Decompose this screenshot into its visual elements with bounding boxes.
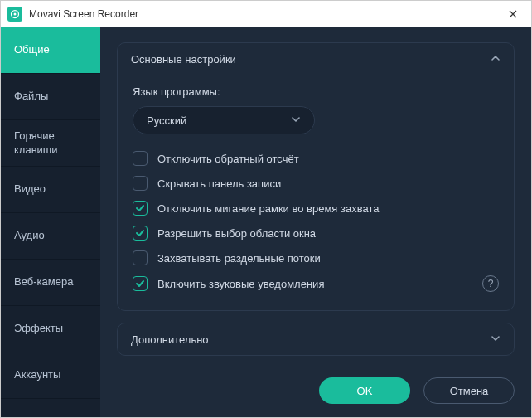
sidebar-item-3[interactable]: Видео xyxy=(1,167,100,213)
panel-title: Дополнительно xyxy=(131,333,209,346)
checkbox-label: Разрешить выбор области окна xyxy=(157,227,499,240)
panel-header-main[interactable]: Основные настройки xyxy=(118,43,514,75)
checkbox[interactable] xyxy=(133,226,148,241)
sidebar-item-0[interactable]: Общие xyxy=(1,27,100,74)
titlebar: Movavi Screen Recorder xyxy=(1,1,531,27)
sidebar-item-label: Файлы xyxy=(14,90,48,104)
content-area: Основные настройки Язык программы: Русск… xyxy=(100,27,531,417)
checkbox-label: Включить звуковые уведомления xyxy=(157,278,472,290)
sidebar-item-label: Общие xyxy=(14,43,50,57)
checkbox[interactable] xyxy=(133,176,148,191)
sidebar-item-7[interactable]: Аккаунты xyxy=(1,352,100,399)
footer: OK Отмена xyxy=(117,371,515,404)
checkbox[interactable] xyxy=(133,201,148,216)
sidebar: ОбщиеФайлыГорячие клавишиВидеоАудиоВеб-к… xyxy=(1,27,100,417)
checkbox-label: Отключить мигание рамки во время захвата xyxy=(157,202,499,215)
language-label: Язык программы: xyxy=(133,85,501,98)
sidebar-item-label: Горячие клавиши xyxy=(14,129,87,158)
app-icon xyxy=(7,7,22,22)
checkbox-label: Отключить обратный отсчёт xyxy=(157,153,499,165)
sidebar-item-4[interactable]: Аудио xyxy=(1,213,100,260)
option-row: Разрешить выбор области окна xyxy=(131,221,501,245)
close-button[interactable] xyxy=(494,1,531,27)
sidebar-item-2[interactable]: Горячие клавиши xyxy=(1,120,100,167)
panel-header-additional[interactable]: Дополнительно xyxy=(118,323,514,355)
sidebar-item-1[interactable]: Файлы xyxy=(1,74,100,120)
checkbox[interactable] xyxy=(133,276,148,291)
sidebar-item-label: Аудио xyxy=(14,229,45,243)
language-select[interactable]: Русский xyxy=(133,106,315,134)
option-row: Отключить обратный отсчёт xyxy=(131,146,501,171)
chevron-down-icon xyxy=(491,332,501,347)
help-icon[interactable]: ? xyxy=(482,275,499,292)
options-list: Отключить обратный отсчётСкрывать панель… xyxy=(131,146,501,297)
checkbox-label: Захватывать раздельные потоки xyxy=(157,252,499,265)
sidebar-item-label: Эффекты xyxy=(14,322,63,336)
ok-button[interactable]: OK xyxy=(319,377,410,404)
window-title: Movavi Screen Recorder xyxy=(29,8,494,20)
option-row: Захватывать раздельные потоки xyxy=(131,245,501,270)
panel-main-settings: Основные настройки Язык программы: Русск… xyxy=(117,42,515,311)
option-row: Отключить мигание рамки во время захвата xyxy=(131,196,501,221)
checkbox[interactable] xyxy=(133,250,148,265)
sidebar-item-label: Веб-камера xyxy=(14,275,73,289)
panel-body-main: Язык программы: Русский Отключить обратн… xyxy=(118,75,514,310)
option-row: Включить звуковые уведомления? xyxy=(131,270,501,297)
checkbox[interactable] xyxy=(133,151,148,166)
window-body: ОбщиеФайлыГорячие клавишиВидеоАудиоВеб-к… xyxy=(1,27,531,417)
panel-title: Основные настройки xyxy=(131,53,236,66)
sidebar-item-6[interactable]: Эффекты xyxy=(1,306,100,352)
sidebar-item-label: Аккаунты xyxy=(14,368,60,382)
settings-window: Movavi Screen Recorder ОбщиеФайлыГорячие… xyxy=(0,0,532,418)
checkbox-label: Скрывать панель записи xyxy=(157,177,499,190)
language-value: Русский xyxy=(147,114,186,127)
svg-point-1 xyxy=(14,12,17,15)
cancel-button[interactable]: Отмена xyxy=(423,377,515,404)
chevron-down-icon xyxy=(291,114,301,127)
sidebar-item-5[interactable]: Веб-камера xyxy=(1,260,100,306)
sidebar-item-label: Видео xyxy=(14,182,46,197)
panel-additional: Дополнительно xyxy=(117,323,515,356)
chevron-up-icon xyxy=(491,51,501,66)
option-row: Скрывать панель записи xyxy=(131,171,501,196)
